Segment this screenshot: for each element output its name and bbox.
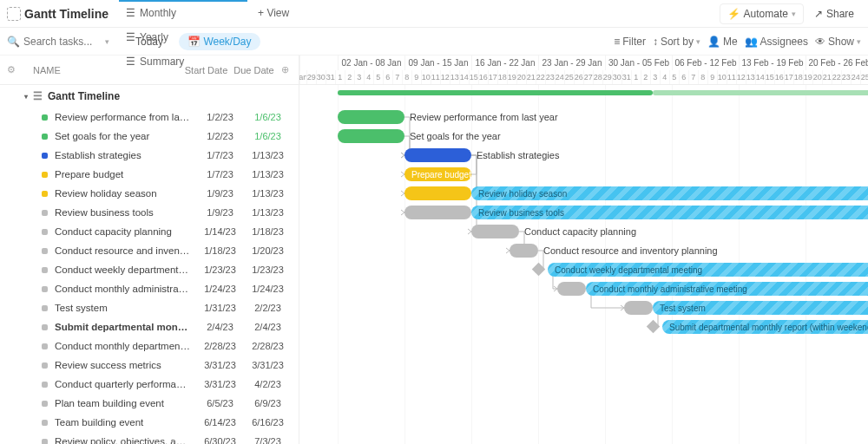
task-row[interactable]: Establish strategies1/7/231/13/23 bbox=[0, 146, 299, 165]
gantt-bar[interactable] bbox=[624, 301, 653, 315]
gantt-bar[interactable] bbox=[404, 186, 471, 200]
task-row[interactable]: Conduct capacity planning1/14/231/18/23 bbox=[0, 222, 299, 241]
milestone[interactable] bbox=[647, 320, 661, 334]
due-date: 6/9/23 bbox=[244, 398, 292, 408]
gantt-bar[interactable] bbox=[557, 282, 586, 296]
week-header: 09 Jan - 15 Jan bbox=[404, 56, 471, 70]
day-header: 19 bbox=[507, 70, 516, 85]
bar-label: Set goals for the year bbox=[410, 131, 501, 141]
week-header: 30 Jan - 05 Feb bbox=[605, 56, 672, 70]
day-header: 16 bbox=[478, 70, 488, 85]
start-date: 1/14/23 bbox=[196, 226, 244, 237]
start-date: 1/31/23 bbox=[196, 303, 244, 313]
gantt-bar[interactable]: Conduct capacity planning bbox=[471, 225, 519, 238]
day-header: 24 bbox=[555, 70, 564, 85]
milestone[interactable] bbox=[532, 263, 546, 277]
day-header: 22 bbox=[536, 70, 545, 85]
day-header: 14 bbox=[459, 70, 469, 85]
gantt-bar[interactable] bbox=[404, 206, 471, 219]
add-view-button[interactable]: + View bbox=[251, 2, 296, 26]
week-header: 16 Jan - 22 Jan bbox=[471, 56, 538, 70]
gantt-bar[interactable]: Set goals for the year bbox=[338, 129, 404, 143]
day-header: 20 bbox=[812, 70, 822, 85]
add-column-button[interactable]: ⊕ bbox=[278, 64, 292, 75]
task-row[interactable]: Submit departmental monthly re...2/4/232… bbox=[0, 317, 299, 336]
day-header: 28 bbox=[593, 70, 602, 85]
task-row[interactable]: Set goals for the year1/2/231/6/23 bbox=[0, 127, 299, 146]
task-name: Conduct monthly departmental m... bbox=[55, 341, 196, 351]
gantt-bar-progress[interactable]: Conduct monthly administrative meeting bbox=[586, 282, 868, 296]
task-row[interactable]: Review performance from last year1/2/231… bbox=[0, 108, 299, 127]
gantt-bar-progress[interactable]: Review holiday season bbox=[471, 186, 868, 200]
task-row[interactable]: Review holiday season1/9/231/13/23 bbox=[0, 184, 299, 203]
start-date: 2/28/23 bbox=[196, 341, 244, 351]
gantt-bar-progress[interactable]: Submit departmental monthly report (with… bbox=[662, 320, 868, 334]
day-header: 12 bbox=[736, 70, 746, 85]
start-date: 2/4/23 bbox=[196, 322, 244, 332]
assignees-button[interactable]: 👥 Assignees bbox=[745, 36, 808, 48]
start-date: 6/5/23 bbox=[196, 398, 244, 408]
day-header: 21 bbox=[526, 70, 536, 85]
task-row[interactable]: Conduct weekly departmental me...1/23/23… bbox=[0, 260, 299, 279]
task-name: Conduct weekly departmental me... bbox=[55, 264, 196, 275]
gantt-bar[interactable]: Conduct resource and inventory planning bbox=[510, 244, 538, 258]
task-row[interactable]: Conduct monthly departmental m...2/28/23… bbox=[0, 336, 299, 356]
status-dot bbox=[42, 267, 48, 273]
search-input[interactable] bbox=[23, 36, 102, 48]
status-dot bbox=[42, 343, 48, 349]
due-date: 4/2/23 bbox=[244, 379, 292, 389]
day-header: 23 bbox=[841, 70, 851, 85]
task-row[interactable]: Plan team building event6/5/236/9/23 bbox=[0, 394, 299, 413]
start-date: 6/14/23 bbox=[196, 417, 244, 428]
task-row[interactable]: Conduct resource and inventory pl...1/18… bbox=[0, 241, 299, 260]
gantt-bar[interactable]: Prepare budget bbox=[404, 167, 471, 181]
start-date: 1/9/23 bbox=[196, 207, 244, 218]
bar-label: Conduct resource and inventory planning bbox=[543, 245, 718, 256]
sort-button[interactable]: ↕ Sort by ▾ bbox=[653, 36, 700, 48]
automate-button[interactable]: ⚡ Automate ▾ bbox=[720, 3, 804, 24]
share-button[interactable]: ↗ Share bbox=[807, 4, 861, 23]
day-header: 16 bbox=[774, 70, 784, 85]
day-header: 5 bbox=[373, 70, 383, 85]
gantt-bar[interactable]: Review performance from last year bbox=[338, 110, 404, 124]
weekday-button[interactable]: 📅 Week/Day bbox=[179, 33, 260, 50]
task-row[interactable]: Conduct quarterly performance m...3/31/2… bbox=[0, 375, 299, 394]
gantt-bar-progress[interactable]: Test system bbox=[653, 301, 868, 315]
start-date: 1/2/23 bbox=[196, 112, 244, 122]
task-row[interactable]: Conduct monthly administrative m...1/24/… bbox=[0, 279, 299, 298]
day-header: 14 bbox=[755, 70, 765, 85]
tab-monthly[interactable]: ☰Monthly bbox=[119, 2, 247, 26]
task-name: Conduct capacity planning bbox=[55, 226, 196, 237]
due-date: 2/28/23 bbox=[244, 341, 292, 351]
gear-icon[interactable]: ⚙ bbox=[7, 64, 21, 75]
task-row[interactable]: Review business tools1/9/231/13/23 bbox=[0, 203, 299, 222]
task-row[interactable]: Review success metrics3/31/233/31/23 bbox=[0, 356, 299, 375]
task-row[interactable]: Test system1/31/232/2/23 bbox=[0, 298, 299, 317]
me-button[interactable]: 👤 Me bbox=[707, 36, 738, 48]
app-icon bbox=[7, 7, 21, 21]
start-date: 3/31/23 bbox=[196, 360, 244, 370]
task-row[interactable]: Team building event6/14/236/16/23 bbox=[0, 413, 299, 432]
show-button[interactable]: 👁 Show ▾ bbox=[815, 36, 861, 48]
search-input-wrap[interactable]: 🔍 ▾ bbox=[7, 36, 120, 48]
day-header: an bbox=[299, 70, 306, 85]
list-icon: ☰ bbox=[126, 8, 136, 18]
today-button[interactable]: Today bbox=[127, 33, 172, 50]
bar-label: Conduct capacity planning bbox=[524, 226, 636, 237]
day-header: 6 bbox=[383, 70, 392, 85]
gantt-bar-progress[interactable]: Conduct weekly departmental meeting bbox=[548, 263, 868, 277]
bar-label: Review performance from last year bbox=[410, 112, 558, 122]
task-name: Establish strategies bbox=[55, 150, 196, 160]
gantt-bar-progress[interactable]: Review business tools bbox=[471, 206, 868, 219]
task-row[interactable]: Prepare budget1/7/231/13/23 bbox=[0, 165, 299, 184]
gantt-bar[interactable]: Establish strategies bbox=[404, 148, 471, 162]
due-date: 1/13/23 bbox=[244, 207, 292, 218]
day-header: 27 bbox=[583, 70, 593, 85]
due-date: 1/20/23 bbox=[244, 245, 292, 256]
group-header[interactable]: ▾ ☰ Gantt Timeline bbox=[0, 85, 299, 108]
due-date: 7/3/23 bbox=[244, 436, 292, 444]
chevron-down-icon[interactable]: ▾ bbox=[105, 37, 109, 46]
task-row[interactable]: Review policy, objectives, and busi...6/… bbox=[0, 432, 299, 444]
caret-down-icon: ▾ bbox=[24, 93, 28, 101]
filter-button[interactable]: ≡ Filter bbox=[614, 36, 646, 48]
